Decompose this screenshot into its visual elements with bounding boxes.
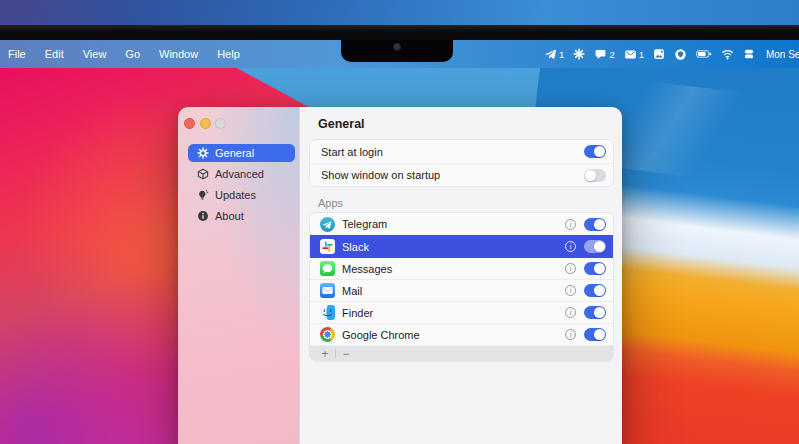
messages-badge: 2 [609,49,614,60]
shield-icon [674,48,687,61]
page-title: General [318,117,365,131]
info-icon[interactable]: i [565,329,576,340]
remove-app-button[interactable]: − [339,347,353,361]
slack-app-icon [320,239,335,254]
mail-envelope-icon [624,48,637,61]
close-button[interactable] [184,118,195,129]
info-icon[interactable]: i [565,219,576,230]
camera-icon [393,43,401,51]
preferences-window: General Advanced Updates [178,107,622,444]
setting-label: Start at login [321,146,584,158]
menu-view[interactable]: View [83,48,107,60]
menu-file[interactable]: File [8,48,26,60]
messages-toggle[interactable] [584,262,606,275]
sidebar-item-label: Updates [215,189,256,201]
app-row-finder[interactable]: Finder i [310,301,613,323]
app-row-telegram[interactable]: Telegram i [310,213,613,235]
battery-icon [696,48,712,60]
app-name: Telegram [342,218,565,230]
info-icon[interactable]: i [565,263,576,274]
chat-bubble-icon [594,48,607,61]
battery-menubar-item[interactable] [696,48,712,60]
telegram-badge: 1 [559,49,564,60]
app-window-icon [653,48,665,60]
apps-list-footer: + − [310,345,613,361]
apps-list-group: Telegram i Slack i Messages [309,212,614,362]
start-at-login-toggle[interactable] [584,145,606,158]
setting-label: Show window on startup [321,169,584,181]
app-row-google-chrome[interactable]: Google Chrome i [310,323,613,345]
telegram-app-icon [320,217,335,232]
menu-window[interactable]: Window [159,48,198,60]
gear-icon [196,147,209,160]
finder-app-icon [320,305,335,320]
window-sidebar: General Advanced Updates [178,107,299,444]
chrome-toggle[interactable] [584,328,606,341]
sidebar-item-label: General [215,147,254,159]
app-row-slack[interactable]: Slack i [310,235,613,257]
cube-icon [196,168,209,181]
pinwheel-icon [573,48,585,60]
zoom-button[interactable] [215,118,226,129]
general-settings-group: Start at login Show window on startup [309,139,614,187]
sidebar-item-general[interactable]: General [188,144,295,162]
menu-edit[interactable]: Edit [45,48,64,60]
window-content: General Start at login Show window on st… [299,107,622,444]
sidebar-item-advanced[interactable]: Advanced [188,165,295,183]
menu-go[interactable]: Go [125,48,140,60]
sidebar-item-label: About [215,210,244,222]
info-icon[interactable]: i [565,307,576,318]
app-row-messages[interactable]: Messages i [310,257,613,279]
slack-toggle[interactable] [584,240,606,253]
telegram-toggle[interactable] [584,218,606,231]
info-circle-icon [196,210,209,223]
mail-app-icon [320,283,335,298]
sidebar-item-about[interactable]: About [188,207,295,225]
shield-menubar-item[interactable] [674,48,687,61]
add-app-button[interactable]: + [318,347,332,361]
sidebar-item-updates[interactable]: Updates [188,186,295,204]
menu-bar-menus: File Edit View Go Window Help [0,48,240,60]
telegram-plane-icon [544,48,557,61]
info-icon[interactable]: i [565,241,576,252]
apps-section-label: Apps [318,197,343,209]
display-notch [341,40,453,62]
bulb-icon [196,189,209,202]
traffic-lights [184,118,226,129]
display-bezel [0,25,799,40]
app-name: Google Chrome [342,329,565,341]
setting-row-show-window-on-startup[interactable]: Show window on startup [310,163,613,186]
messages-menubar-item[interactable]: 2 [594,48,614,61]
footer-divider [335,349,336,358]
app-row-mail[interactable]: Mail i [310,279,613,301]
wifi-icon [721,48,734,60]
outer-wallpaper-strip [0,0,799,26]
app-name: Slack [342,241,565,253]
minimize-button[interactable] [200,118,211,129]
mail-toggle[interactable] [584,284,606,297]
stack-menubar-item[interactable] [743,48,755,60]
messages-app-icon [320,261,335,276]
info-icon[interactable]: i [565,285,576,296]
chrome-app-icon [320,327,335,342]
setting-row-start-at-login[interactable]: Start at login [310,140,613,163]
telegram-menubar-item[interactable]: 1 [544,48,564,61]
screenshot-menubar-item[interactable] [653,48,665,60]
menu-help[interactable]: Help [217,48,240,60]
wifi-menubar-item[interactable] [721,48,734,60]
sidebar-nav: General Advanced Updates [188,144,295,228]
mail-badge: 1 [639,49,644,60]
app-name: Finder [342,307,565,319]
stack-icon [743,48,755,60]
sidebar-item-label: Advanced [215,168,264,180]
show-window-toggle[interactable] [584,169,606,182]
mail-menubar-item[interactable]: 1 [624,48,644,61]
menu-bar-status-items: 1 2 1 [544,40,799,68]
desktop-screen: File Edit View Go Window Help 1 2 1 [0,0,799,444]
app-name: Messages [342,263,565,275]
pinwheel-menubar-item[interactable] [573,48,585,60]
finder-toggle[interactable] [584,306,606,319]
menubar-clock[interactable]: Mon Sep [764,49,799,60]
app-name: Mail [342,285,565,297]
